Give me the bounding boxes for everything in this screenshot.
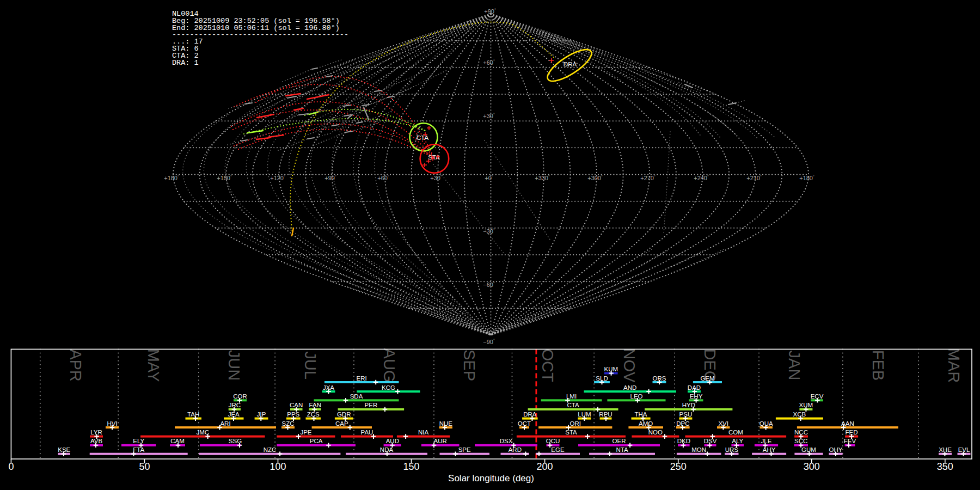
svg-text:DRA: 1: DRA: 1	[172, 59, 199, 67]
svg-text:ALY: ALY	[732, 438, 743, 444]
svg-text:JXA: JXA	[323, 384, 334, 391]
svg-text:XUM: XUM	[799, 402, 813, 408]
svg-text:CTA: CTA	[567, 402, 579, 408]
svg-text:PPS: PPS	[287, 411, 299, 418]
svg-text:+90°: +90°	[324, 175, 336, 181]
svg-text:PER: PER	[365, 402, 378, 408]
svg-text:JEA: JEA	[228, 411, 240, 418]
svg-text:ERI: ERI	[357, 375, 367, 382]
svg-text:JUN: JUN	[225, 350, 243, 381]
svg-text:SPE: SPE	[458, 446, 471, 453]
svg-text:JLE: JLE	[761, 438, 772, 444]
svg-text:DKD: DKD	[677, 438, 690, 444]
svg-text:+30°: +30°	[483, 113, 495, 119]
svg-text:MON: MON	[691, 446, 706, 453]
svg-text:ARD: ARD	[509, 446, 522, 453]
svg-text:CAM: CAM	[170, 438, 185, 444]
svg-text:JPE: JPE	[300, 429, 311, 436]
svg-text:OCT: OCT	[539, 348, 556, 382]
svg-text:SZC: SZC	[282, 420, 295, 427]
svg-text:FEV: FEV	[844, 438, 856, 444]
svg-text:NOO: NOO	[648, 429, 663, 436]
svg-text:+180°: +180°	[164, 175, 179, 181]
svg-text:+150°: +150°	[217, 175, 232, 181]
svg-text:DPC: DPC	[676, 420, 689, 427]
svg-text:COM: COM	[728, 429, 743, 436]
svg-text:+270°: +270°	[640, 175, 656, 181]
svg-text:CAN: CAN	[290, 402, 303, 408]
svg-text:FTA: FTA	[133, 446, 144, 453]
svg-text:−30°: −30°	[483, 228, 495, 235]
svg-text:NCC: NCC	[794, 429, 808, 436]
svg-text:200: 200	[537, 461, 553, 472]
svg-text:SEP: SEP	[461, 350, 478, 381]
svg-text:HYD: HYD	[682, 402, 695, 408]
svg-text:NIA: NIA	[418, 429, 429, 436]
svg-text:ARI: ARI	[220, 420, 230, 427]
svg-text:JMC: JMC	[196, 429, 209, 436]
svg-text:AMO: AMO	[639, 420, 653, 427]
svg-text:50: 50	[139, 461, 150, 472]
svg-text:+120°: +120°	[270, 175, 285, 181]
svg-text:DAD: DAD	[688, 384, 701, 391]
svg-text:GDR: GDR	[337, 411, 351, 418]
svg-text:NZC: NZC	[264, 446, 277, 453]
svg-text:AND: AND	[623, 384, 636, 391]
svg-text:RPU: RPU	[599, 411, 612, 418]
svg-text:SSG: SSG	[229, 438, 242, 444]
svg-text:+300°: +300°	[587, 175, 603, 181]
svg-text:CTA: CTA	[416, 134, 428, 141]
svg-text:DRA: DRA	[564, 61, 577, 68]
svg-text:+60°: +60°	[377, 175, 389, 181]
svg-text:+60°: +60°	[483, 59, 495, 66]
svg-text:+210°: +210°	[746, 175, 762, 181]
svg-text:PSU: PSU	[679, 411, 693, 418]
svg-text:MAR: MAR	[945, 348, 963, 383]
svg-text:OCT: OCT	[518, 420, 531, 427]
svg-text:PAU: PAU	[361, 429, 373, 436]
svg-text:NDA: NDA	[380, 446, 394, 453]
svg-text:PCA: PCA	[310, 438, 323, 444]
svg-text:−60°: −60°	[483, 281, 495, 288]
svg-text:Solar longitude (deg): Solar longitude (deg)	[448, 473, 534, 483]
svg-text:FED: FED	[846, 429, 858, 436]
svg-text:250: 250	[670, 461, 687, 472]
svg-text:OHY: OHY	[829, 446, 843, 453]
svg-text:DRA: DRA	[523, 411, 537, 418]
svg-text:APR: APR	[67, 349, 84, 382]
svg-text:LEO: LEO	[630, 393, 642, 400]
svg-text:COR: COR	[233, 393, 247, 400]
svg-text:100: 100	[270, 461, 286, 472]
svg-text:THA: THA	[635, 411, 647, 418]
svg-text:+90°: +90°	[484, 8, 496, 15]
svg-text:FEB: FEB	[869, 350, 887, 381]
svg-text:FAN: FAN	[309, 402, 321, 408]
svg-text:HVI: HVI	[107, 420, 117, 427]
svg-text:XCB: XCB	[793, 411, 806, 418]
svg-text:AHY: AHY	[763, 446, 776, 453]
svg-text:JAN: JAN	[786, 351, 803, 381]
svg-text:KSE: KSE	[58, 446, 70, 453]
svg-text:AVB: AVB	[90, 438, 102, 444]
svg-text:+330°: +330°	[535, 175, 550, 181]
svg-text:−90°: −90°	[483, 339, 495, 345]
svg-text:JRC: JRC	[229, 402, 241, 408]
svg-text:LUM: LUM	[578, 411, 591, 418]
svg-text:STA: STA	[565, 429, 577, 436]
svg-text:QUA: QUA	[759, 420, 773, 427]
svg-text:DSX: DSX	[500, 438, 513, 444]
svg-text:SCC: SCC	[794, 438, 807, 444]
svg-text:+180°: +180°	[799, 175, 814, 181]
svg-text:AUD: AUD	[386, 438, 399, 444]
svg-text:GUM: GUM	[801, 446, 816, 453]
svg-text:0: 0	[8, 461, 14, 472]
svg-text:ORI: ORI	[570, 420, 581, 427]
svg-text:+30°: +30°	[430, 175, 442, 181]
svg-text:350: 350	[937, 461, 953, 472]
svg-text:OER: OER	[612, 438, 626, 444]
svg-text:OCU: OCU	[546, 438, 560, 444]
svg-text:URS: URS	[725, 446, 739, 453]
svg-text:TAH: TAH	[187, 411, 199, 418]
svg-text:ECV: ECV	[811, 393, 824, 400]
svg-text:EGE: EGE	[551, 446, 565, 453]
